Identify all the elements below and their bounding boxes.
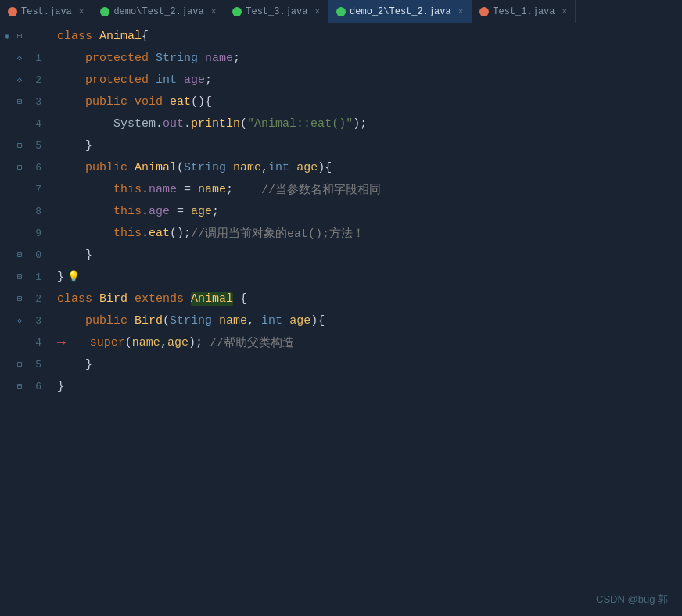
keyword: extends <box>135 292 191 306</box>
field-name: age <box>184 73 205 87</box>
fold-icon[interactable]: ◇ <box>14 75 25 84</box>
code-indent <box>57 161 85 174</box>
fold-icon[interactable]: ⊟ <box>14 141 25 150</box>
code-indent <box>57 95 85 109</box>
keyword: public <box>85 314 135 328</box>
keyword: String <box>170 314 219 328</box>
fold-icon[interactable]: ⊟ <box>14 163 25 172</box>
line-number: 6 <box>25 381 45 392</box>
code-line: System.out.println("Animal::eat()"); <box>57 113 682 134</box>
fold-icon[interactable]: ◇ <box>14 316 25 325</box>
fold-icon[interactable]: ⊟ <box>14 272 25 281</box>
line-number: 3 <box>25 96 45 108</box>
code-area[interactable]: class Animal{ protected String name; pro… <box>51 23 682 616</box>
class-name: Animal <box>99 30 142 43</box>
keyword: public <box>85 161 135 174</box>
string-literal: "Animal::eat()" <box>247 117 353 131</box>
line-number: 3 <box>25 315 45 327</box>
code-text: ( <box>163 314 170 328</box>
fold-icon[interactable]: ◇ <box>14 53 25 63</box>
fold-icon[interactable]: ⊟ <box>14 360 25 369</box>
tab-icon <box>479 7 489 16</box>
code-text: . <box>142 227 149 240</box>
param-name: age <box>289 314 310 328</box>
code-text: = <box>170 205 191 218</box>
gutter-row: 4 <box>0 113 51 134</box>
line-gutter: ◉ ⊟ ◇ 1 ◇ 2 ⊟ 3 4 ⊟ <box>0 23 51 616</box>
line-number: 4 <box>25 337 45 349</box>
code-line: class Bird extends Animal { <box>57 288 682 310</box>
field-name: name <box>149 183 177 196</box>
comment: //当参数名和字段相同 <box>261 182 381 197</box>
line-number: 1 <box>25 271 45 283</box>
tab-test-java[interactable]: Test.java × <box>0 0 92 23</box>
line-number: 9 <box>25 227 45 239</box>
tab-close[interactable]: × <box>458 7 464 16</box>
code-indent <box>57 249 85 262</box>
tab-test3[interactable]: Test_3.java × <box>224 0 328 23</box>
param-name: name <box>233 161 261 174</box>
tab-demo-test2[interactable]: demo\Test_2.java × <box>92 0 224 23</box>
code-text: ){ <box>318 161 332 174</box>
line-number: 6 <box>25 162 45 174</box>
fold-icon[interactable]: ⊟ <box>14 97 25 106</box>
field-name: age <box>149 205 170 218</box>
code-line: public void eat(){ <box>57 91 682 113</box>
code-line: this.age = age; <box>57 200 682 222</box>
gutter-row: ⊟ 5 <box>0 353 51 375</box>
param-name: name <box>219 314 247 328</box>
gutter-row: ◇ 2 <box>0 69 51 91</box>
tab-demo2-test2[interactable]: demo_2\Test_2.java × <box>328 0 472 23</box>
code-indent <box>69 336 90 349</box>
tab-close[interactable]: × <box>79 7 84 16</box>
gutter-row: ⊟ 0 <box>0 244 51 266</box>
code-indent <box>57 227 113 240</box>
watermark: CSDN @bug 郭 <box>596 593 668 607</box>
fold-icon[interactable]: ⊟ <box>14 294 25 303</box>
fold-icon[interactable]: ⊟ <box>14 250 25 260</box>
code-line: public Animal(String name,int age){ <box>57 156 682 178</box>
code-line: } <box>57 134 682 156</box>
keyword: int <box>261 314 289 328</box>
tab-icon <box>336 7 346 16</box>
code-text: , <box>247 314 261 328</box>
tab-close[interactable]: × <box>314 7 320 16</box>
line-arrow: ◉ <box>0 31 14 41</box>
code-text: ( <box>125 336 132 349</box>
code-indent <box>57 358 85 371</box>
method-name: eat <box>170 95 191 109</box>
keyword: this <box>113 183 142 196</box>
code-text: ){ <box>310 314 325 328</box>
class-name: Bird <box>135 314 163 328</box>
gutter-row: 9 <box>0 222 51 244</box>
code-line: this.name = name; //当参数名和字段相同 <box>57 178 682 200</box>
fold-icon[interactable]: ⊟ <box>14 31 25 41</box>
code-indent <box>57 52 85 65</box>
code-indent <box>57 183 113 196</box>
fold-icon[interactable]: ⊟ <box>14 381 25 391</box>
gutter-row: ⊟ 1 <box>0 266 51 288</box>
tab-test1[interactable]: Test_1.java × <box>472 0 576 23</box>
class-name-ref: Animal <box>191 292 233 306</box>
gutter-row: ◇ 1 <box>0 47 51 69</box>
line-number: 2 <box>25 74 45 86</box>
code-text: . <box>156 117 163 131</box>
code-text: ); <box>188 336 210 349</box>
class-ref: System <box>113 117 156 131</box>
code-indent <box>57 117 113 131</box>
keyword: protected <box>85 73 156 87</box>
tab-icon <box>100 7 109 16</box>
tab-close[interactable]: × <box>562 7 568 16</box>
code-indent <box>57 205 113 218</box>
code-line: class Animal{ <box>57 25 682 47</box>
tab-close[interactable]: × <box>211 7 217 16</box>
code-line: } <box>57 375 682 397</box>
gutter-row: ◉ ⊟ <box>0 25 51 47</box>
code-text: ; <box>226 183 261 196</box>
code-text: ; <box>205 73 212 87</box>
code-text: = <box>177 183 198 196</box>
keyword: public <box>85 95 135 109</box>
keyword: String <box>184 161 233 174</box>
tab-label: demo_2\Test_2.java <box>350 6 451 17</box>
highlighted-class: Animal <box>191 292 233 306</box>
